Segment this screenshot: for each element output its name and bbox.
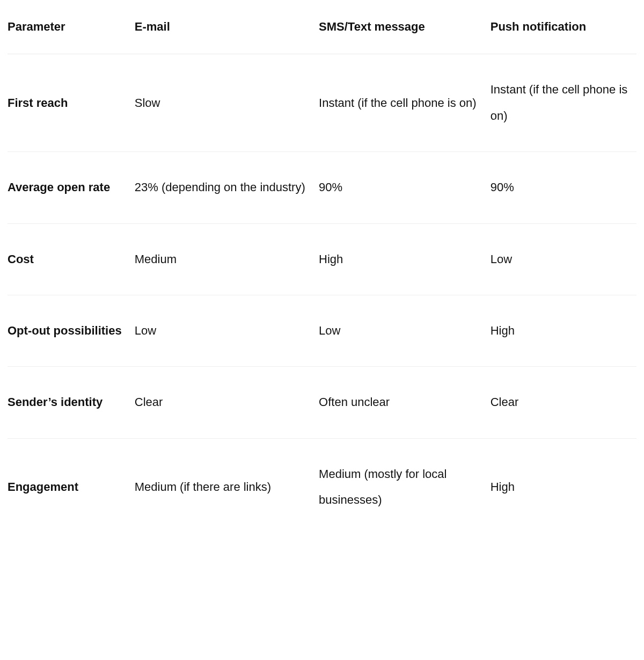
comparison-table-wrapper: Parameter E-mail SMS/Text message Push n… <box>0 0 644 536</box>
cell-email: Slow <box>135 54 319 152</box>
cell-sms: 90% <box>319 152 491 223</box>
table-header-row: Parameter E-mail SMS/Text message Push n… <box>8 0 636 54</box>
cell-sms: Medium (mostly for local businesses) <box>319 438 491 535</box>
col-push: Push notification <box>491 0 636 54</box>
table-row: Engagement Medium (if there are links) M… <box>8 438 636 535</box>
col-sms: SMS/Text message <box>319 0 491 54</box>
cell-sms: High <box>319 223 491 295</box>
row-param: Opt-out possibilities <box>8 295 135 366</box>
table-header: Parameter E-mail SMS/Text message Push n… <box>8 0 636 54</box>
table-body: First reach Slow Instant (if the cell ph… <box>8 54 636 536</box>
cell-email: Low <box>135 295 319 366</box>
cell-sms: Often unclear <box>319 367 491 438</box>
cell-push: Clear <box>491 367 636 438</box>
cell-email: Clear <box>135 367 319 438</box>
table-row: Average open rate 23% (depending on the … <box>8 152 636 223</box>
table-row: Cost Medium High Low <box>8 223 636 295</box>
row-param: Cost <box>8 223 135 295</box>
cell-push: Instant (if the cell phone is on) <box>491 54 636 152</box>
cell-email: 23% (depending on the industry) <box>135 152 319 223</box>
table-row: Opt-out possibilities Low Low High <box>8 295 636 366</box>
row-param: Engagement <box>8 438 135 535</box>
cell-push: Low <box>491 223 636 295</box>
cell-email: Medium <box>135 223 319 295</box>
cell-sms: Instant (if the cell phone is on) <box>319 54 491 152</box>
cell-push: 90% <box>491 152 636 223</box>
table-row: Sender’s identity Clear Often unclear Cl… <box>8 367 636 438</box>
row-param: Average open rate <box>8 152 135 223</box>
cell-push: High <box>491 295 636 366</box>
col-parameter: Parameter <box>8 0 135 54</box>
row-param: Sender’s identity <box>8 367 135 438</box>
cell-push: High <box>491 438 636 535</box>
col-email: E-mail <box>135 0 319 54</box>
cell-sms: Low <box>319 295 491 366</box>
comparison-table: Parameter E-mail SMS/Text message Push n… <box>8 0 636 536</box>
table-row: First reach Slow Instant (if the cell ph… <box>8 54 636 152</box>
row-param: First reach <box>8 54 135 152</box>
cell-email: Medium (if there are links) <box>135 438 319 535</box>
